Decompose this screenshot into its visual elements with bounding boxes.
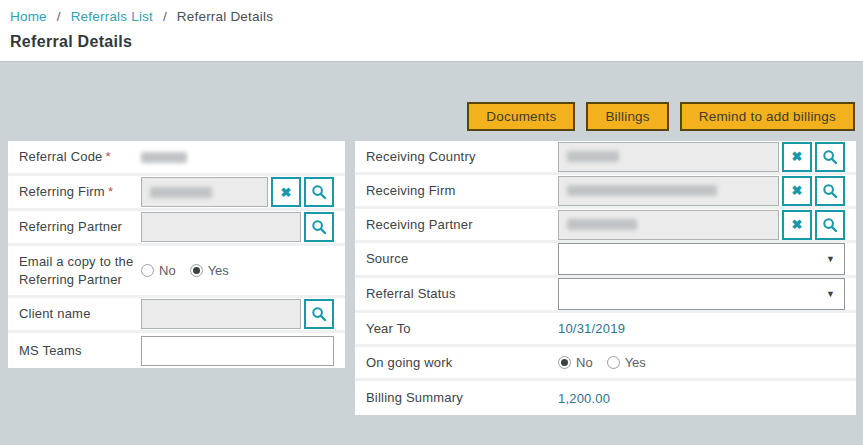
client-name-label: Client name	[19, 305, 141, 323]
search-icon	[822, 149, 838, 165]
referral-code-obscured-value	[141, 152, 187, 163]
receiving-firm-search-button[interactable]	[815, 176, 845, 206]
breadcrumb-separator: /	[163, 9, 167, 24]
ms-teams-label: MS Teams	[19, 342, 141, 360]
receiving-firm-label: Receiving Firm	[366, 182, 558, 200]
breadcrumb-current: Referral Details	[177, 9, 273, 24]
receiving-country-obscured-value	[567, 151, 619, 162]
source-label: Source	[366, 250, 558, 268]
search-icon	[822, 217, 838, 233]
ongoing-work-radio-yes[interactable]	[607, 356, 620, 369]
content-area: Documents Billings Remind to add billing…	[0, 62, 863, 444]
field-row-receiving-firm: Receiving Firm ✖	[355, 175, 856, 209]
left-panel: Referral Code* Referring Firm* ✖ Referri…	[8, 141, 345, 368]
referring-firm-clear-button[interactable]: ✖	[271, 177, 301, 207]
field-row-referring-firm: Referring Firm* ✖	[8, 176, 345, 211]
search-icon	[822, 183, 838, 199]
field-row-year-to: Year To 10/31/2019	[355, 313, 856, 347]
chevron-down-icon: ▼	[826, 254, 835, 264]
year-to-value: 10/31/2019	[558, 321, 625, 336]
toolbar: Documents Billings Remind to add billing…	[467, 102, 855, 131]
source-select[interactable]: ▼	[558, 243, 845, 275]
receiving-country-label: Receiving Country	[366, 148, 558, 166]
breadcrumb: Home / Referrals List / Referral Details	[10, 9, 853, 24]
referral-status-select[interactable]: ▼	[558, 278, 845, 310]
field-row-ms-teams: MS Teams	[8, 333, 345, 368]
remind-to-add-billings-button[interactable]: Remind to add billings	[680, 102, 855, 131]
receiving-firm-input[interactable]	[558, 176, 779, 206]
field-row-client-name: Client name	[8, 298, 345, 333]
page-title: Referral Details	[10, 33, 853, 51]
field-row-billing-summary: Billing Summary 1,200.00	[355, 381, 856, 415]
referral-status-label: Referral Status	[366, 285, 558, 303]
receiving-firm-clear-button[interactable]: ✖	[782, 176, 812, 206]
search-icon	[311, 184, 327, 200]
referring-firm-search-button[interactable]	[304, 177, 334, 207]
documents-button[interactable]: Documents	[467, 102, 575, 131]
referring-firm-input[interactable]	[141, 177, 268, 207]
field-row-ongoing-work: On going work No Yes	[355, 347, 856, 381]
clear-icon: ✖	[281, 186, 292, 199]
referring-firm-label: Referring Firm*	[19, 183, 141, 201]
receiving-partner-search-button[interactable]	[815, 210, 845, 240]
field-row-referral-code: Referral Code*	[8, 141, 345, 176]
field-row-email-copy: Email a copy to the Referring Partner No…	[8, 246, 345, 298]
email-copy-radio-group: No Yes	[141, 263, 243, 278]
right-panel: Receiving Country ✖ Receiving Firm ✖	[355, 141, 856, 415]
email-copy-radio-no-label: No	[159, 263, 176, 278]
breadcrumb-home[interactable]: Home	[10, 9, 47, 24]
email-copy-label: Email a copy to the Referring Partner	[19, 253, 141, 288]
email-copy-radio-yes[interactable]	[190, 264, 203, 277]
referring-partner-input[interactable]	[141, 212, 301, 242]
referring-partner-search-button[interactable]	[304, 212, 334, 242]
field-row-source: Source ▼	[355, 243, 856, 278]
billing-summary-label: Billing Summary	[366, 389, 558, 407]
search-icon	[311, 306, 327, 322]
billings-button[interactable]: Billings	[586, 102, 668, 131]
client-name-input[interactable]	[141, 299, 301, 329]
receiving-country-search-button[interactable]	[815, 142, 845, 172]
ongoing-work-label: On going work	[366, 354, 558, 372]
email-copy-radio-no[interactable]	[141, 264, 154, 277]
required-marker: *	[108, 184, 113, 199]
clear-icon: ✖	[792, 218, 803, 231]
referring-firm-obscured-value	[150, 187, 212, 198]
breadcrumb-separator: /	[57, 9, 61, 24]
client-name-search-button[interactable]	[304, 299, 334, 329]
field-row-receiving-country: Receiving Country ✖	[355, 141, 856, 175]
receiving-country-clear-button[interactable]: ✖	[782, 142, 812, 172]
ongoing-work-radio-no-label: No	[576, 355, 593, 370]
ongoing-work-radio-group: No Yes	[558, 355, 660, 370]
receiving-partner-clear-button[interactable]: ✖	[782, 210, 812, 240]
receiving-country-input[interactable]	[558, 142, 779, 172]
year-to-label: Year To	[366, 320, 558, 338]
referral-code-label: Referral Code*	[19, 148, 141, 166]
breadcrumb-referrals-list[interactable]: Referrals List	[71, 9, 153, 24]
billing-summary-value: 1,200.00	[558, 391, 610, 406]
receiving-firm-obscured-value	[567, 185, 717, 196]
ms-teams-input[interactable]	[141, 336, 334, 366]
receiving-partner-obscured-value	[567, 219, 637, 230]
receiving-partner-label: Receiving Partner	[366, 216, 558, 234]
field-row-referral-status: Referral Status ▼	[355, 278, 856, 313]
search-icon	[311, 219, 327, 235]
clear-icon: ✖	[792, 184, 803, 197]
required-marker: *	[106, 149, 111, 164]
ongoing-work-radio-no[interactable]	[558, 356, 571, 369]
email-copy-radio-yes-label: Yes	[208, 263, 229, 278]
ongoing-work-radio-yes-label: Yes	[625, 355, 646, 370]
chevron-down-icon: ▼	[826, 289, 835, 299]
clear-icon: ✖	[792, 150, 803, 163]
referring-partner-label: Referring Partner	[19, 218, 141, 236]
page-header: Home / Referrals List / Referral Details…	[0, 0, 863, 62]
receiving-partner-input[interactable]	[558, 210, 779, 240]
field-row-receiving-partner: Receiving Partner ✖	[355, 209, 856, 243]
field-row-referring-partner: Referring Partner	[8, 211, 345, 246]
